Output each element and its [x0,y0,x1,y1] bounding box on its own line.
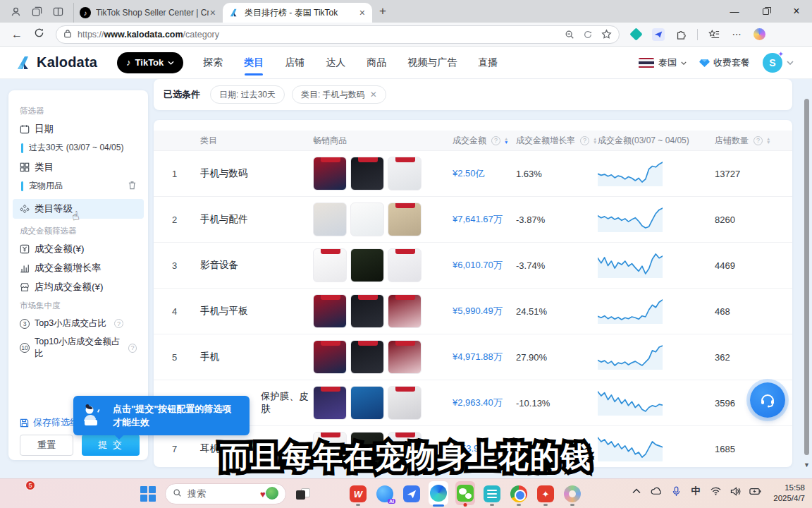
product-thumbnail[interactable] [388,432,422,466]
product-thumbnail[interactable] [313,202,347,236]
product-thumbnail[interactable] [388,248,422,282]
product-thumbnail[interactable] [350,432,384,466]
nav-explore[interactable]: 探索 [203,47,223,79]
product-thumbnail[interactable] [350,386,384,420]
taskbar-notes[interactable] [482,484,502,504]
product-thumbnail[interactable] [350,248,384,282]
filter-top3-share[interactable]: 3 Top3小店成交占比? [20,318,137,329]
back-icon[interactable]: ← [11,28,23,41]
nav-shop[interactable]: 店铺 [285,47,304,79]
category-name[interactable]: 手机与配件 [200,213,313,226]
filter-gmv-growth[interactable]: 成交金额增长率 [20,262,137,274]
new-tab-button[interactable]: + [379,4,386,18]
browser-tab-kalodata[interactable]: 类目排行榜 - 泰国 TikTok × [223,3,372,23]
category-name[interactable]: 手机与平板 [200,305,313,318]
browser-profile-icon[interactable] [10,6,21,17]
filter-category-value[interactable]: 宠物用品 [21,180,137,192]
help-icon[interactable]: ? [128,344,137,353]
nav-product[interactable]: 商品 [367,47,386,79]
taskbar-ai-knot[interactable] [562,484,582,504]
product-thumbnail[interactable] [313,294,347,328]
battery-icon[interactable] [749,485,761,497]
page-scrollbar[interactable]: ▼ [804,79,811,478]
product-thumbnail[interactable] [313,157,347,190]
workspaces-icon[interactable] [31,6,42,17]
category-name[interactable]: 手机与数码 [200,167,313,180]
nav-creator[interactable]: 达人 [326,47,345,79]
nav-video-ads[interactable]: 视频与广告 [407,47,457,79]
browser-tab-seller-center[interactable]: ♪ TikTok Shop Seller Center | Cross × [73,3,223,23]
wifi-icon[interactable] [709,485,722,497]
extensions-puzzle-icon[interactable] [675,28,687,41]
table-row[interactable]: 2 手机与配件 ¥7,641.67万 -3.87% 8260 [154,196,792,242]
filter-date[interactable]: 日期 [20,123,137,135]
filter-gmv[interactable]: 成交金额(¥) [20,243,137,255]
reading-mode-icon[interactable] [582,29,593,40]
volume-icon[interactable] [729,485,742,497]
taskbar-red-app[interactable]: ✦ [536,484,555,504]
account-menu[interactable]: ✦ S [763,53,794,73]
header-category[interactable]: 类目 [200,135,313,147]
start-button[interactable] [138,484,158,504]
product-thumbnail[interactable] [350,202,384,236]
filter-date-value[interactable]: 过去30天 (03/07 ~ 04/05) [21,142,137,154]
product-thumbnail[interactable] [313,386,347,420]
scrollbar-down-arrow[interactable]: ▼ [804,461,810,468]
taskbar-clock[interactable]: 15:58 2025/4/7 [773,483,805,504]
product-thumbnail[interactable] [350,294,384,328]
help-icon[interactable]: ? [114,319,123,328]
split-window-icon[interactable] [52,6,63,17]
product-thumbnail[interactable] [388,202,422,236]
task-view-button[interactable] [293,484,313,504]
taskbar-bird-app[interactable] [402,484,422,504]
product-thumbnail[interactable] [313,248,347,282]
bookmark-star-icon[interactable] [601,29,612,40]
filter-category-level[interactable]: 类目等级 ☝ [13,199,144,219]
header-growth[interactable]: 成交金额增长率? ▲▼ [516,135,598,147]
product-thumbnail[interactable] [350,157,384,190]
product-thumbnail[interactable] [388,294,422,328]
chip-date[interactable]: 日期: 过去30天 [210,85,285,104]
trash-icon[interactable] [128,181,137,192]
minimize-button[interactable]: — [719,0,750,23]
nav-category[interactable]: 类目 [244,47,264,79]
category-name[interactable]: 耳机 [200,442,313,455]
restore-button[interactable] [750,0,781,23]
chip-close-icon[interactable]: ✕ [370,90,377,99]
chip-category[interactable]: 类目: 手机与数码✕ [292,85,386,104]
product-thumbnail[interactable] [388,340,422,374]
filter-avg-gmv[interactable]: 店均成交金额(¥) [20,281,137,294]
search-highlight-doodle[interactable]: ♥ [260,486,278,502]
header-shops[interactable]: 店铺数量? ▲▼ [715,135,792,147]
category-name[interactable]: 影音设备 [200,259,313,272]
kalodata-logo[interactable]: Kalodata [16,54,97,71]
tab-close-icon[interactable]: × [358,7,367,18]
sort-icon[interactable]: ▲▼ [504,137,508,144]
favorites-bar-icon[interactable] [708,28,720,41]
nav-live[interactable]: 直播 [478,47,498,79]
tray-expand-icon[interactable] [630,485,643,497]
more-menu-icon[interactable]: ⋯ [730,28,743,41]
category-name[interactable]: 手机 [200,351,313,363]
product-thumbnail[interactable] [313,432,347,466]
table-row[interactable]: 5 手机 ¥4,971.88万 27.90% 362 [154,334,792,380]
address-bar[interactable]: https://www.kalodata.com/category [56,25,620,44]
taskbar-chrome[interactable] [509,484,529,504]
sort-icon[interactable]: ▲▼ [766,137,770,144]
taskbar-wechat[interactable] [455,484,475,504]
product-thumbnail[interactable] [388,386,422,420]
product-thumbnail[interactable] [388,157,422,190]
ime-indicator[interactable]: 中 [689,485,702,497]
reset-button[interactable]: 重置 [20,435,73,456]
header-gmv[interactable]: 成交金额? ▲▼ [453,135,516,147]
customer-support-button[interactable] [750,382,785,418]
refresh-icon[interactable] [34,28,44,41]
microphone-icon[interactable] [670,485,682,497]
product-thumbnail[interactable] [350,340,384,374]
taskbar-badge-app[interactable]: 5 [13,483,34,504]
sort-icon[interactable]: ▲▼ [593,137,597,144]
tiktok-platform-selector[interactable]: ♪ TikTok [117,52,183,73]
taskbar-browser-ai[interactable]: AI [375,484,395,504]
table-row[interactable]: 3 影音设备 ¥6,010.70万 -3.74% 4469 [154,242,792,288]
table-row[interactable]: 1 手机与数码 ¥2.50亿 1.63% 13727 [154,150,792,196]
